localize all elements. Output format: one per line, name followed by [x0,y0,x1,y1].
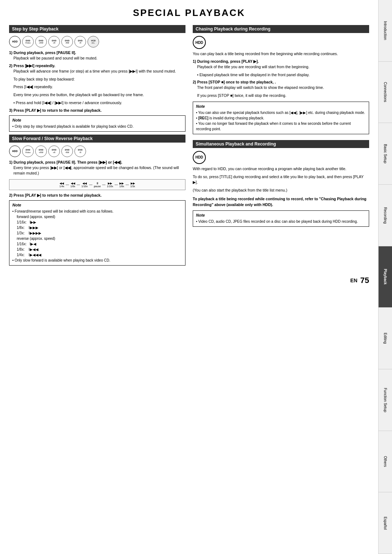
step-by-step-section: Step by Step Playback HDD DVDVideo DVD+R… [9,25,185,132]
simultaneous-para1: With regard to HDD, you can continue rec… [193,166,369,172]
slow-1-8: 1/8x: I▶▶▶ [12,225,182,230]
side-tab-others[interactable]: Others [378,431,392,493]
slow-reverse-speed: reverse (approx. speed) [12,236,182,241]
hdd-icon-row-2: HDD [193,151,369,164]
chasing-playback-header: Chasing Playback during Recording [193,25,369,33]
disc-icons-row2: HDD DVDVideo DVD+RW DVD+R DVD-RW DVD-R [9,145,185,157]
step2c-text: Press [I◀◀] repeatedly. [9,84,185,90]
dvd-rw-icon-2: DVD+RW [35,145,47,157]
slow-r-1-8: 1/8x: I▶◀◀ [12,247,182,252]
page-container: SPECIAL PLAYBACK Step by Step Playback H… [0,0,392,554]
step3-label: 3) Press [PLAY ▶] to return to the norma… [9,108,185,112]
slow-forward-note: Note • Forward/reverse speed will be ind… [9,200,185,266]
side-tab-basic-setup[interactable]: Basic Setup [378,123,392,185]
simultaneous-note: Note • Video CD, audio CD, JPEG files re… [193,210,369,227]
hdd-disc-icon-2: HDD [9,145,21,157]
side-tabs: Introduction Connections Basic Setup Rec… [378,0,392,554]
speed-pause: ⏸ pause [94,182,101,188]
speed-1_16x: ◀◀ 1/16x [81,182,87,188]
disc-icons-row: HDD DVDVideo DVD+RW DVD+R DVD-RW DVD-R V… [9,36,185,48]
right-column: Chasing Playback during Recording HDD Yo… [193,25,369,268]
slow-note-line-1: • Forward/reverse speed will be indicate… [12,209,182,214]
dvd-video-icon-2: DVDVideo [22,145,34,157]
page-footer: EN 75 [9,276,369,285]
note-title-1: Note [12,118,182,122]
speed-1_4x: ◀◀ 1/4x [60,182,64,188]
note-title-2: Note [12,203,182,207]
note-text-1: • Only step by step forward playback is … [12,124,182,129]
simultaneous-bold-text: To playback a title being recorded while… [193,196,369,208]
step2b-text: To play back step by step backward: [9,77,185,82]
chasing-note-line-2: • [REC] is invalid during chasing playba… [196,115,366,121]
speed-1_3x-fwd: ▶▶ 1/3x [130,182,135,188]
dvd-r-icon: DVD+R [48,36,60,48]
simultaneous-para2: To do so, press [TITLE] during recording… [193,174,369,186]
chasing-step1-bullet1: • Elapsed playback time will be displaye… [193,72,369,78]
step2-text: Playback will advance one frame (or step… [9,69,185,74]
speed-arrow-6: — [126,183,129,186]
step2-label: 2) Press [▶▶I] repeatedly. [9,63,185,68]
slow-r-1-4: 1/4x: I▶◀◀◀ [12,252,182,258]
chasing-note-title: Note [196,104,366,108]
side-tab-function-setup[interactable]: Function Setup [378,369,392,431]
chasing-step2-label: 2) Press [STOP ■] once to stop the playb… [193,80,369,84]
chasing-note-line-3: • You can no longer fast forward the pla… [196,121,366,132]
simultaneous-section: Simultaneous Playback and Recording HDD … [193,140,369,227]
simultaneous-header: Simultaneous Playback and Recording [193,140,369,148]
speed-1_16x-fwd: ▶▶ 1/16x [107,182,113,188]
chasing-note: Note • You can also use the special play… [193,102,369,134]
slow-forward-header: Slow Forward / Slow Reverse Playback [9,135,185,143]
speed-1_8x: ◀◀ 1/8x [70,182,75,188]
hdd-badge-2: HDD [193,151,206,164]
side-tab-recording[interactable]: Recording [378,185,392,246]
dvd-minus-rw-icon-2: DVD-RW [61,145,73,157]
side-tab-playback[interactable]: Playback [378,246,392,308]
speed-arrow-1: — [66,183,69,186]
simultaneous-note-title: Note [196,213,366,217]
en-label: EN [350,278,357,283]
side-tab-editing[interactable]: Editing [378,308,392,369]
speed-arrow-2: — [77,183,80,186]
slow-step2-label: 2) Press [PLAY ▶] to return to the norma… [9,193,185,197]
simultaneous-para3: (You can also start the playback from th… [193,188,369,193]
step-by-step-header: Step by Step Playback [9,25,185,33]
step1-text: Playback will be paused and sound will b… [9,56,185,61]
hdd-icon-row: HDD [193,36,369,49]
chasing-step2-text: The front panel display will switch back… [193,85,369,91]
dvd-minus-r-icon: DVD-R [74,36,86,48]
side-tab-connections[interactable]: Connections [378,62,392,123]
slow-note-vcd: • Only slow forward is available when pl… [12,258,182,263]
hdd-disc-icon: HDD [9,36,21,48]
step1-label: 1) During playback, press [PAUSE II]. [9,50,185,55]
main-content: SPECIAL PLAYBACK Step by Step Playback H… [0,0,378,554]
speed-arrow-4: — [102,183,106,186]
dvd-minus-r-icon-2: DVD-R [74,145,86,157]
chasing-step1-label: 1) During recording, press [PLAY ▶]. [193,59,369,63]
simultaneous-note-line-1: • Video CD, audio CD, JPEG files recorde… [196,219,366,224]
side-tab-espanol[interactable]: Español [378,492,392,554]
chasing-playback-section: Chasing Playback during Recording HDD Yo… [193,25,369,134]
slow-1-3: 1/3x: I▶▶▶▶ [12,230,182,236]
slow-step1-label: 1) During playback, press [PAUSE II]. Th… [9,160,185,164]
speed-1_8x-fwd: ▶▶ 1/8x [119,182,124,188]
slow-r-1-16: 1/16x: I▶◀ [12,241,182,247]
slow-forward-section: Slow Forward / Slow Reverse Playback HDD… [9,135,185,266]
step2e-text: • Press and hold [I◀◀] / [▶▶I] to revers… [9,100,185,106]
chasing-intro: You can play back a title being recorded… [193,51,369,57]
slow-forward-speed: forward (approx. speed) [12,214,182,219]
page-title: SPECIAL PLAYBACK [9,7,369,19]
left-column: Step by Step Playback HDD DVDVideo DVD+R… [9,25,185,268]
side-tab-introduction[interactable]: Introduction [378,0,392,62]
slow-1-16: 1/16x: I▶▶ [12,219,182,225]
dvd-r-icon-2: DVD+R [48,145,60,157]
slow-step1-text: Every time you press [▶▶] or [◀◀], appro… [9,165,185,177]
speed-arrow-5: — [115,183,118,186]
dvd-minus-rw-icon: DVD-RW [61,36,73,48]
dvd-rw-icon: DVD+RW [35,36,47,48]
chasing-step1-text: Playback of the title you are recording … [193,64,369,70]
page-number: 75 [360,276,369,285]
step2d-text: Every time you press the button, the pla… [9,92,185,98]
chasing-step2-note: If you press [STOP ■] twice, it will sto… [193,93,369,99]
dvd-video-icon: DVDVideo [22,36,34,48]
step-by-step-note: Note • Only step by step forward playbac… [9,115,185,132]
